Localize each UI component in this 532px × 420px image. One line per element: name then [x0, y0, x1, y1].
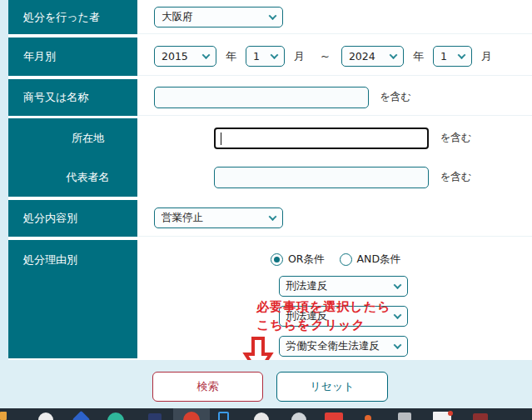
representative-name-input[interactable]	[214, 167, 429, 188]
or-condition-label: OR条件	[288, 252, 325, 267]
orange-dot-app-icon[interactable]	[365, 415, 371, 420]
row-disposition-content: 処分内容別 営業停止	[8, 200, 532, 237]
navy-square-app-icon[interactable]	[148, 413, 162, 420]
annotation-line-2: こちらをクリック	[256, 316, 390, 334]
notes-red-dot-icon[interactable]	[448, 411, 453, 416]
reset-button[interactable]: リセット	[276, 372, 388, 402]
year-unit-label: 年	[226, 49, 236, 64]
text-cursor	[221, 132, 221, 145]
search-button[interactable]: 検索	[152, 372, 263, 402]
address-input[interactable]	[214, 128, 429, 149]
blue-diamond-app-icon[interactable]	[72, 411, 90, 420]
form-actions-bar: 検索 リセット	[0, 360, 532, 408]
from-month-value: 1	[253, 50, 260, 62]
month-unit-label: 月	[294, 49, 305, 64]
reason-select-3[interactable]: 労働安全衛生法違反	[279, 336, 408, 357]
row-label: 代表者名	[52, 158, 110, 197]
disposer-select-value: 大阪府	[162, 10, 193, 24]
chevron-down-icon	[269, 12, 277, 20]
red-rect-app-icon[interactable]	[325, 412, 343, 420]
row-year-month: 年月別 2015 年 1 月 ~ 2024 年 1	[8, 38, 532, 76]
pen-app-icon[interactable]	[398, 412, 411, 420]
teal-circle-app-icon[interactable]	[107, 412, 124, 420]
year-unit-label: 年	[413, 49, 424, 64]
disposition-content-select[interactable]: 営業停止	[154, 208, 283, 228]
white-circle-app-icon[interactable]	[38, 412, 53, 420]
darkred-app-icon[interactable]	[473, 413, 488, 420]
windows-taskbar[interactable]	[0, 408, 532, 420]
yellow-app-icon[interactable]	[0, 412, 7, 420]
page-left-margin	[0, 0, 8, 360]
contains-label: を含む	[440, 131, 471, 145]
chevron-down-icon	[393, 281, 401, 289]
row-company-name: 商号又は名称 を含む	[8, 79, 532, 116]
annotation-line-1: 必要事項を選択したら	[256, 298, 390, 316]
chevron-down-icon	[393, 311, 401, 319]
and-condition-label: AND条件	[357, 252, 401, 267]
chevron-down-icon	[202, 51, 211, 59]
radio-selected-dot	[274, 257, 280, 262]
row-address-representative: 所在地 代表者名 を含む を含む	[8, 118, 532, 197]
row-label: 処分内容別	[8, 200, 137, 237]
white-circle2-app-icon[interactable]	[254, 412, 269, 420]
blue-outline-app-icon[interactable]	[218, 412, 229, 420]
disposer-select[interactable]: 大阪府	[154, 7, 283, 28]
row-label-group: 所在地 代表者名	[8, 118, 137, 197]
reason-select-1-value: 刑法違反	[286, 279, 328, 293]
row-label: 商号又は名称	[8, 79, 137, 116]
row-label: 所在地	[57, 118, 104, 158]
row-disposer: 処分を行った者 大阪府	[8, 0, 532, 34]
to-month-value: 1	[440, 50, 447, 62]
to-month-select[interactable]: 1	[433, 46, 472, 67]
chevron-down-icon	[393, 341, 401, 349]
to-year-value: 2024	[349, 50, 375, 62]
contains-label: を含む	[380, 90, 411, 104]
and-condition-radio[interactable]	[340, 253, 352, 266]
row-label: 年月別	[8, 38, 137, 76]
from-year-value: 2015	[162, 50, 188, 62]
or-condition-radio[interactable]	[271, 253, 283, 266]
to-year-select[interactable]: 2024	[341, 46, 404, 67]
row-label: 処分を行った者	[8, 0, 137, 34]
chevron-down-icon	[269, 212, 277, 221]
row-label: 処分理由別	[8, 240, 137, 358]
reason-select-1[interactable]: 刑法違反	[279, 276, 408, 297]
company-name-input[interactable]	[154, 87, 369, 108]
month-unit-label: 月	[481, 49, 492, 64]
gray-circle-app-icon[interactable]	[291, 412, 306, 420]
range-separator: ~	[321, 50, 330, 62]
chevron-down-icon	[457, 51, 465, 59]
disposition-content-value: 営業停止	[162, 211, 203, 225]
reason-select-3-value: 労働安全衛生法違反	[286, 339, 380, 353]
disposition-search-page: 処分を行った者 大阪府 年月別 2015 年 1	[0, 0, 532, 420]
contains-label: を含む	[440, 170, 471, 184]
from-month-select[interactable]: 1	[246, 46, 285, 67]
from-year-select[interactable]: 2015	[154, 46, 216, 67]
click-here-annotation: 必要事項を選択したら こちらをクリック	[256, 298, 390, 334]
chevron-down-icon	[389, 51, 397, 59]
chevron-down-icon	[271, 51, 279, 59]
